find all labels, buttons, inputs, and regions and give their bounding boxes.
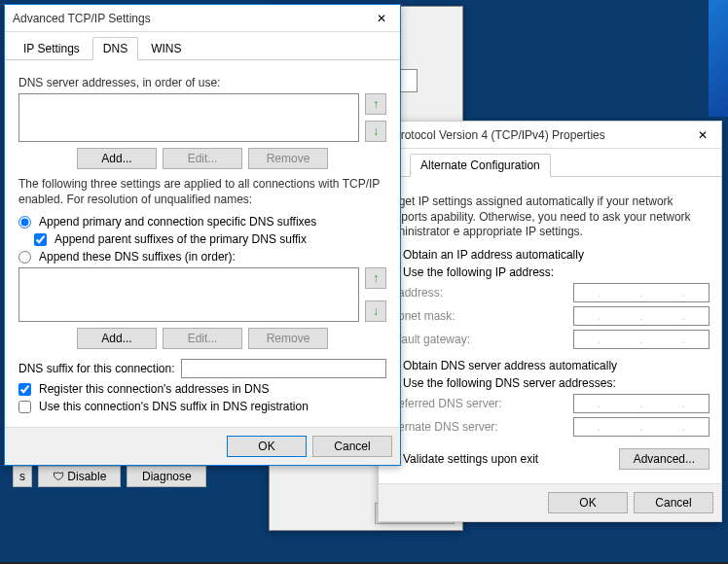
- disable-button[interactable]: 🛡 Disable: [38, 466, 121, 487]
- close-icon[interactable]: ✕: [367, 8, 396, 29]
- use-suffix-label: Use this connection's DNS suffix in DNS …: [39, 400, 309, 413]
- close-icon[interactable]: ✕: [688, 124, 717, 146]
- dns-addresses-label: DNS server addresses, in order of use:: [18, 76, 386, 89]
- append-parent-label: Append parent suffixes of the primary DN…: [55, 232, 307, 246]
- append-primary-radio[interactable]: [18, 216, 31, 229]
- advanced-titlebar: Advanced TCP/IP Settings ✕: [5, 5, 400, 32]
- append-these-label: Append these DNS suffixes (in order):: [39, 250, 236, 264]
- gateway-field: ...: [573, 330, 710, 349]
- advanced-tcpip-window: Advanced TCP/IP Settings ✕ IP Settings D…: [4, 4, 401, 466]
- add-button[interactable]: Add...: [77, 328, 157, 349]
- tab-dns[interactable]: DNS: [92, 37, 138, 60]
- edit-button[interactable]: Edit...: [163, 328, 242, 349]
- register-checkbox[interactable]: [18, 383, 31, 396]
- ok-button[interactable]: OK: [548, 492, 628, 513]
- dns-suffix-for-connection-label: DNS suffix for this connection:: [18, 362, 175, 375]
- dns-suffix-listbox[interactable]: [18, 267, 359, 322]
- move-down-icon[interactable]: ↓: [365, 300, 386, 322]
- preferred-dns-field: ...: [573, 394, 710, 413]
- gateway-label: fault gateway:: [398, 333, 470, 346]
- subnet-field: ...: [573, 306, 710, 326]
- use-dns-label: Use the following DNS server addresses:: [403, 376, 616, 390]
- remove-button[interactable]: Remove: [248, 148, 328, 169]
- validate-label: Validate settings upon exit: [403, 452, 538, 466]
- ipv4-title: : Protocol Version 4 (TCP/IPv4) Properti…: [386, 128, 605, 142]
- dns-addresses-listbox[interactable]: [18, 93, 359, 142]
- ip-address-field: ...: [573, 283, 710, 302]
- move-up-icon[interactable]: ↑: [365, 93, 386, 115]
- append-primary-label: Append primary and connection specific D…: [39, 215, 316, 229]
- use-suffix-checkbox[interactable]: [18, 401, 31, 413]
- edit-button[interactable]: Edit...: [163, 148, 242, 169]
- cancel-button[interactable]: Cancel: [312, 436, 392, 457]
- tab-alternate-configuration[interactable]: Alternate Configuration: [410, 154, 551, 177]
- append-these-radio[interactable]: [18, 251, 31, 264]
- obtain-dns-label: Obtain DNS server address automatically: [403, 359, 617, 372]
- register-label: Register this connection's addresses in …: [39, 382, 269, 396]
- subnet-label: onet mask:: [398, 309, 455, 323]
- ipv4-explanation: an get IP settings assigned automaticall…: [382, 194, 710, 240]
- obtain-ip-label: Obtain an IP address automatically: [403, 248, 584, 262]
- advanced-title: Advanced TCP/IP Settings: [13, 12, 151, 25]
- move-up-icon[interactable]: ↑: [365, 267, 386, 289]
- advanced-button[interactable]: Advanced...: [619, 448, 710, 470]
- diagnose-button[interactable]: Diagnose: [127, 466, 206, 487]
- use-ip-label: Use the following IP address:: [403, 265, 554, 279]
- cancel-button[interactable]: Cancel: [634, 492, 713, 513]
- status-button-fragment[interactable]: s: [13, 466, 32, 487]
- three-settings-text: The following three settings are applied…: [18, 177, 386, 207]
- alternate-dns-field: ...: [573, 417, 710, 437]
- add-button[interactable]: Add...: [77, 148, 157, 169]
- remove-button[interactable]: Remove: [248, 328, 328, 349]
- dns-suffix-input[interactable]: [181, 359, 386, 378]
- alternate-dns-label: ernate DNS server:: [398, 420, 498, 434]
- tab-wins[interactable]: WINS: [140, 37, 192, 60]
- ok-button[interactable]: OK: [227, 436, 307, 457]
- append-parent-checkbox[interactable]: [34, 233, 47, 246]
- ipv4-tabstrip: Alternate Configuration: [379, 149, 721, 177]
- advanced-tabstrip: IP Settings DNS WINS: [5, 32, 400, 60]
- ipv4-titlebar: : Protocol Version 4 (TCP/IPv4) Properti…: [379, 122, 721, 149]
- move-down-icon[interactable]: ↓: [365, 121, 386, 142]
- ip-address-label: address:: [398, 286, 443, 300]
- tab-ip-settings[interactable]: IP Settings: [13, 37, 91, 60]
- ipv4-properties-window: : Protocol Version 4 (TCP/IPv4) Properti…: [378, 121, 722, 522]
- preferred-dns-label: eferred DNS server:: [398, 397, 502, 410]
